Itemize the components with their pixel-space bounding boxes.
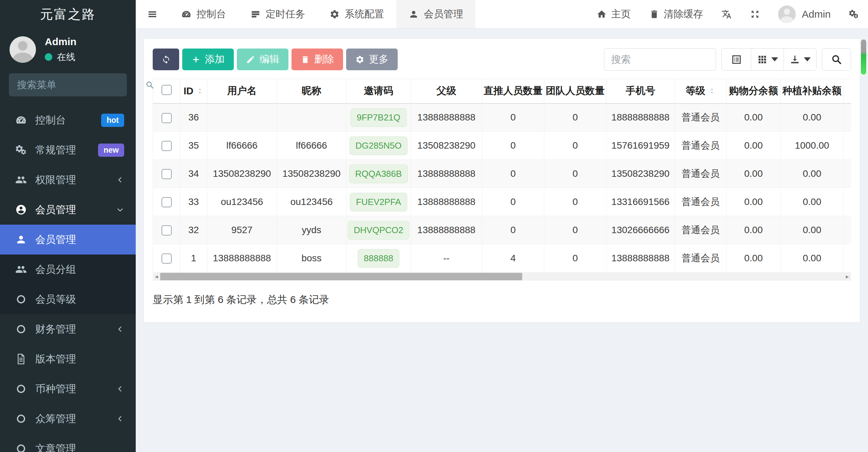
column-header-username[interactable]: 用户名 bbox=[207, 79, 277, 103]
search-submit-button[interactable] bbox=[822, 48, 851, 71]
cell-invite_code: 888888 bbox=[346, 244, 411, 272]
cell-overflow bbox=[844, 188, 851, 216]
add-button[interactable]: 添加 bbox=[182, 49, 234, 70]
language-button[interactable] bbox=[712, 0, 741, 28]
table-row[interactable]: 35lf66666lf66666DG285N5O1350823829000157… bbox=[153, 132, 851, 160]
delete-button[interactable]: 删除 bbox=[291, 49, 343, 70]
tab-system-config[interactable]: 系统配置 bbox=[317, 0, 396, 28]
column-header-nickname[interactable]: 昵称 bbox=[277, 79, 346, 103]
cell-phone: 13508238290 bbox=[606, 160, 675, 188]
settings-button[interactable] bbox=[839, 0, 868, 28]
circle-icon bbox=[13, 383, 29, 395]
plus-icon bbox=[191, 55, 201, 64]
sidebar-badge: hot bbox=[101, 114, 124, 127]
columns-button[interactable] bbox=[751, 49, 784, 70]
sidebar-item-article-management[interactable]: 文章管理 bbox=[0, 434, 136, 452]
detail-view-button[interactable] bbox=[722, 49, 751, 70]
cell-username: ou123456 bbox=[207, 188, 277, 216]
cell-team_count: 0 bbox=[544, 188, 606, 216]
table-row[interactable]: 33ou123456ou123456FUEV2PFA13888888888001… bbox=[153, 188, 851, 216]
scrollbar-track[interactable] bbox=[160, 272, 844, 281]
invite-code-badge: RQQA386B bbox=[349, 165, 408, 183]
cell-nickname: ou123456 bbox=[277, 188, 346, 216]
column-header-checkbox[interactable] bbox=[153, 79, 180, 103]
column-header-planting_balance[interactable]: 种植补贴余额 bbox=[781, 79, 844, 103]
user-menu[interactable]: Admin bbox=[769, 5, 839, 23]
sidebar-item-member-levels[interactable]: 会员等级 bbox=[0, 284, 136, 314]
table-row[interactable]: 329527yydsDHVQPCO21388888888800130266666… bbox=[153, 216, 851, 244]
cell-phone: 13888888888 bbox=[606, 244, 675, 272]
row-checkbox[interactable] bbox=[162, 253, 172, 264]
clear-cache-link[interactable]: 清除缓存 bbox=[640, 0, 712, 28]
column-header-phone[interactable]: 手机号 bbox=[606, 79, 675, 103]
cell-overflow bbox=[844, 160, 851, 188]
cell-username: lf66666 bbox=[207, 132, 277, 160]
cell-phone: 13316691566 bbox=[606, 188, 675, 216]
cell-nickname: boss bbox=[277, 244, 346, 272]
horizontal-scrollbar: ◂ ▸ bbox=[153, 272, 851, 281]
vertical-scrollbar-thumb[interactable] bbox=[861, 39, 866, 75]
home-link[interactable]: 主页 bbox=[587, 0, 640, 28]
sidebar-item-general-management[interactable]: 常规管理new bbox=[0, 135, 136, 165]
sidebar-item-member-management[interactable]: 会员管理 bbox=[0, 195, 136, 225]
row-checkbox[interactable] bbox=[162, 113, 172, 123]
cell-direct_count: 0 bbox=[482, 188, 544, 216]
sidebar-search bbox=[9, 73, 127, 96]
row-checkbox[interactable] bbox=[162, 225, 172, 236]
column-label: ID bbox=[184, 86, 193, 97]
sidebar-submenu-member-management: 会员管理会员分组会员等级 bbox=[0, 225, 136, 314]
sidebar-search-input[interactable] bbox=[17, 79, 145, 91]
cell-planting_balance: 1000.00 bbox=[781, 132, 844, 160]
sidebar-item-permission-management[interactable]: 权限管理 bbox=[0, 165, 136, 195]
scrollbar-thumb[interactable] bbox=[160, 273, 522, 280]
cell-username: 13508238290 bbox=[207, 160, 277, 188]
sidebar-item-currency-management[interactable]: 币种管理 bbox=[0, 374, 136, 404]
refresh-button[interactable] bbox=[153, 49, 179, 70]
sidebar-item-finance-management[interactable]: 财务管理 bbox=[0, 314, 136, 344]
sidebar-item-dashboard[interactable]: 控制台hot bbox=[0, 105, 136, 135]
cell-planting_balance: 0.00 bbox=[781, 216, 844, 244]
sidebar-item-label: 会员分组 bbox=[35, 263, 124, 277]
column-header-parent[interactable]: 父级 bbox=[411, 79, 482, 103]
table-search-input[interactable] bbox=[604, 48, 716, 71]
topbar: 控制台定时任务系统配置会员管理 主页 清除缓存 Admin bbox=[136, 0, 868, 29]
search-icon[interactable] bbox=[145, 80, 154, 90]
edit-button[interactable]: 编辑 bbox=[237, 49, 288, 70]
column-header-id[interactable]: ID bbox=[180, 79, 207, 103]
more-button[interactable]: 更多 bbox=[346, 49, 398, 70]
sidebar-item-member-list[interactable]: 会员管理 bbox=[0, 225, 136, 255]
hamburger-button[interactable] bbox=[136, 0, 169, 28]
sidebar-item-version-management[interactable]: 版本管理 bbox=[0, 344, 136, 374]
column-header-level[interactable]: 等级 bbox=[675, 79, 727, 103]
column-header-invite_code[interactable]: 邀请码 bbox=[346, 79, 411, 103]
scroll-right-arrow-icon[interactable]: ▸ bbox=[844, 273, 851, 280]
cell-shopping_balance: 0.00 bbox=[727, 132, 781, 160]
row-checkbox[interactable] bbox=[162, 197, 172, 207]
tab-member-management[interactable]: 会员管理 bbox=[396, 0, 475, 28]
select-all-checkbox[interactable] bbox=[162, 85, 172, 95]
table-row[interactable]: 341350823829013508238290RQQA386B13888888… bbox=[153, 160, 851, 188]
sidebar-item-member-groups[interactable]: 会员分组 bbox=[0, 255, 136, 284]
cell-planting_balance: 0.00 bbox=[781, 103, 844, 132]
column-header-shopping_balance[interactable]: 购物分余额 bbox=[727, 79, 781, 103]
cell-level: 普通会员 bbox=[675, 216, 727, 244]
column-header-team_count[interactable]: 团队人员数量 bbox=[544, 79, 606, 103]
tachometer-icon bbox=[181, 9, 191, 19]
tab-dashboard[interactable]: 控制台 bbox=[169, 0, 238, 28]
cell-id: 34 bbox=[180, 160, 207, 188]
fullscreen-button[interactable] bbox=[741, 0, 769, 28]
export-button[interactable] bbox=[784, 49, 816, 70]
export-icon bbox=[789, 54, 800, 65]
table-row[interactable]: 369FP7B21Q138888888880018888888888普通会员0.… bbox=[153, 103, 851, 132]
table-row[interactable]: 113888888888boss888888--4013888888888普通会… bbox=[153, 244, 851, 272]
cell-overflow bbox=[844, 216, 851, 244]
row-checkbox[interactable] bbox=[162, 141, 172, 151]
avatar bbox=[10, 36, 36, 63]
scroll-left-arrow-icon[interactable]: ◂ bbox=[153, 273, 160, 280]
cell-checkbox bbox=[153, 188, 180, 216]
row-checkbox[interactable] bbox=[162, 169, 172, 179]
sidebar-item-crowdfunding-management[interactable]: 众筹管理 bbox=[0, 404, 136, 434]
tab-cron-tasks[interactable]: 定时任务 bbox=[238, 0, 317, 28]
circle-icon bbox=[13, 443, 29, 452]
column-header-direct_count[interactable]: 直推人员数量 bbox=[482, 79, 544, 103]
